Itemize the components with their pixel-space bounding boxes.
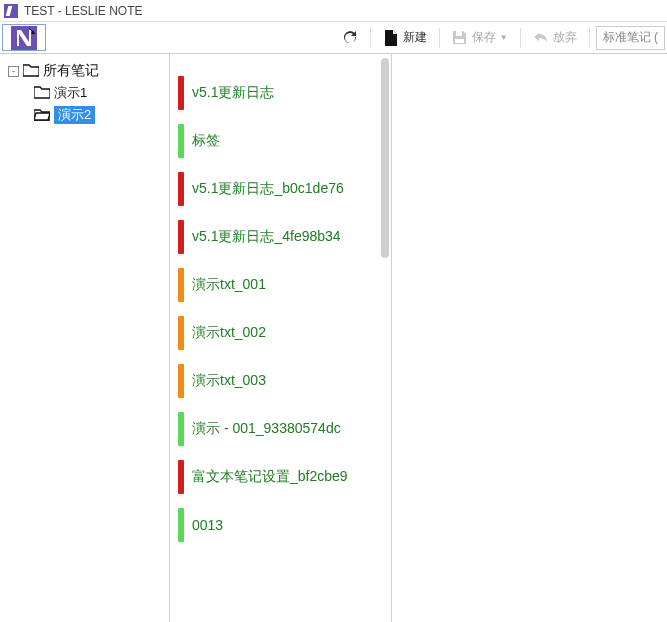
note-title: 演示 - 001_93380574dc xyxy=(192,420,341,438)
note-item[interactable]: v5.1更新日志_b0c1de76 xyxy=(178,170,383,208)
app-logo-button[interactable] xyxy=(2,24,46,51)
note-title: 演示txt_003 xyxy=(192,372,266,390)
tree-root[interactable]: - 所有笔记 xyxy=(4,60,165,82)
tree-item-label: 演示2 xyxy=(54,106,95,124)
refresh-button[interactable] xyxy=(336,25,364,51)
note-item[interactable]: 演示txt_002 xyxy=(178,314,383,352)
note-item[interactable]: 演示txt_001 xyxy=(178,266,383,304)
folder-icon xyxy=(34,85,50,102)
note-color-bar xyxy=(178,76,184,110)
folder-tree: - 所有笔记 演示1 演示2 xyxy=(0,54,170,622)
note-color-bar xyxy=(178,460,184,494)
scrollbar-thumb[interactable] xyxy=(381,58,389,258)
note-title: 演示txt_002 xyxy=(192,324,266,342)
save-label: 保存 xyxy=(472,29,496,46)
note-color-bar xyxy=(178,316,184,350)
note-item[interactable]: 0013 xyxy=(178,506,383,544)
note-color-bar xyxy=(178,364,184,398)
note-item[interactable]: v5.1更新日志 xyxy=(178,74,383,112)
folder-icon xyxy=(23,63,39,80)
note-title: 标签 xyxy=(192,132,220,150)
save-button[interactable]: 保存 ▼ xyxy=(446,25,514,51)
svg-rect-2 xyxy=(455,39,464,43)
toolbar-separator xyxy=(439,28,440,48)
note-title: v5.1更新日志 xyxy=(192,84,274,102)
note-title: 演示txt_001 xyxy=(192,276,266,294)
toolbar-separator xyxy=(589,28,590,48)
tree-item[interactable]: 演示2 xyxy=(4,104,165,126)
svg-rect-1 xyxy=(456,31,462,36)
refresh-icon xyxy=(342,30,358,46)
discard-label: 放弃 xyxy=(553,29,577,46)
file-icon xyxy=(383,30,399,46)
note-type-placeholder: 标准笔记 ( xyxy=(603,29,658,46)
window-title: TEST - LESLIE NOTE xyxy=(24,4,142,18)
main-toolbar-row: 新建 保存 ▼ 放弃 标准笔记 ( xyxy=(0,22,667,54)
note-item[interactable]: 富文本笔记设置_bf2cbe9 xyxy=(178,458,383,496)
folder-open-icon xyxy=(34,107,50,124)
note-title: v5.1更新日志_4fe98b34 xyxy=(192,228,341,246)
toolbar-separator xyxy=(520,28,521,48)
note-color-bar xyxy=(178,220,184,254)
collapse-icon[interactable]: - xyxy=(8,66,19,77)
note-title: 0013 xyxy=(192,517,223,533)
chevron-down-icon: ▼ xyxy=(500,33,508,42)
note-type-dropdown[interactable]: 标准笔记 ( xyxy=(596,26,665,50)
note-content-area xyxy=(392,54,667,622)
tree-root-label: 所有笔记 xyxy=(43,62,99,80)
discard-button[interactable]: 放弃 xyxy=(527,25,583,51)
note-color-bar xyxy=(178,508,184,542)
app-logo-icon xyxy=(4,4,18,18)
note-color-bar xyxy=(178,268,184,302)
title-bar: TEST - LESLIE NOTE xyxy=(0,0,667,22)
note-color-bar xyxy=(178,412,184,446)
note-color-bar xyxy=(178,172,184,206)
note-item[interactable]: 演示txt_003 xyxy=(178,362,383,400)
tree-item[interactable]: 演示1 xyxy=(4,82,165,104)
note-item[interactable]: 演示 - 001_93380574dc xyxy=(178,410,383,448)
body: - 所有笔记 演示1 演示2 v5.1更新日志标签v5.1更新日志_b0c1de… xyxy=(0,54,667,622)
note-title: 富文本笔记设置_bf2cbe9 xyxy=(192,468,348,486)
app-logo-large-icon xyxy=(11,26,37,50)
note-list: v5.1更新日志标签v5.1更新日志_b0c1de76v5.1更新日志_4fe9… xyxy=(170,54,392,622)
new-button[interactable]: 新建 xyxy=(377,25,433,51)
note-item[interactable]: 标签 xyxy=(178,122,383,160)
note-title: v5.1更新日志_b0c1de76 xyxy=(192,180,344,198)
save-icon xyxy=(452,30,468,46)
note-color-bar xyxy=(178,124,184,158)
new-label: 新建 xyxy=(403,29,427,46)
toolbar-separator xyxy=(370,28,371,48)
note-item[interactable]: v5.1更新日志_4fe98b34 xyxy=(178,218,383,256)
undo-icon xyxy=(533,30,549,46)
tree-item-label: 演示1 xyxy=(54,84,87,102)
toolbar: 新建 保存 ▼ 放弃 标准笔记 ( xyxy=(336,22,667,53)
